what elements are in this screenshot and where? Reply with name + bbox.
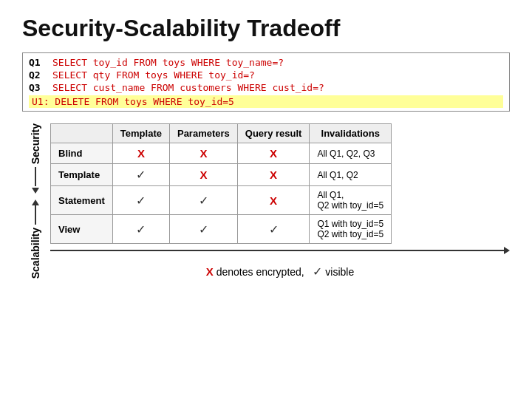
check-icon: ✓	[269, 223, 279, 236]
row-template-template: ✓	[112, 164, 169, 186]
v-arrow-head-down	[32, 200, 39, 205]
row-view-invalidations: Q1 with toy_id=5 Q2 with toy_id=5	[310, 215, 392, 244]
col-header-empty	[51, 124, 113, 143]
row-statement-queryresult: X	[237, 186, 310, 215]
row-view-template: ✓	[112, 215, 169, 244]
check-icon: ✓	[136, 168, 146, 181]
v-arrow-head	[32, 188, 39, 194]
bottom-arrow-area	[50, 247, 510, 254]
row-template-parameters: X	[169, 164, 237, 186]
row-statement-invalidations: All Q1, Q2 with toy_id=5	[310, 186, 392, 215]
security-label: Security	[30, 123, 41, 164]
row-statement-template: ✓	[112, 186, 169, 215]
row-label-statement: Statement	[51, 186, 113, 215]
check-icon: ✓	[199, 223, 208, 236]
row-label-blind: Blind	[51, 143, 113, 164]
x-icon: X	[270, 194, 277, 207]
legend-check-desc: visible	[325, 266, 354, 278]
x-icon: X	[200, 147, 207, 160]
table-row: Blind X X X All Q1, Q2, Q3	[51, 143, 392, 164]
q1-label: Q1	[29, 57, 50, 68]
legend-check-icon: ✓	[313, 265, 322, 278]
table-row: View ✓ ✓ ✓ Q1 with toy_id=5 Q2 with toy_…	[51, 215, 392, 244]
row-template-queryresult: X	[237, 164, 310, 186]
v-arrow-line	[35, 167, 36, 186]
q3-sql: SELECT cust_name FROM customers WHERE cu…	[52, 82, 324, 93]
row-label-template: Template	[51, 164, 113, 186]
table-row: Statement ✓ ✓ X All Q1, Q2 with toy_id=5	[51, 186, 392, 215]
table-row: Template ✓ X X All Q1, Q2	[51, 164, 392, 186]
v-arrow-line-2	[35, 205, 36, 225]
page-title: Security-Scalability Tradeoff	[22, 15, 510, 42]
h-arrow-head	[504, 247, 510, 254]
update-row: U1: DELETE FROM toys WHERE toy_id=5	[29, 95, 503, 108]
col-header-queryresult: Query result	[237, 124, 310, 143]
legend-x-icon: X	[206, 265, 214, 278]
query-row-2: Q2 SELECT qty FROM toys WHERE toy_id=?	[29, 69, 503, 81]
q3-label: Q3	[29, 82, 50, 93]
row-blind-template: X	[112, 143, 169, 164]
row-blind-invalidations: All Q1, Q2, Q3	[310, 143, 392, 164]
col-header-template: Template	[112, 124, 169, 143]
x-icon: X	[137, 147, 145, 160]
col-header-invalidations: Invalidations	[310, 124, 392, 143]
x-icon: X	[200, 168, 207, 181]
row-view-parameters: ✓	[169, 215, 237, 244]
table-header-row: Template Parameters Query result Invalid…	[51, 124, 392, 143]
check-icon: ✓	[199, 194, 208, 207]
col-header-parameters: Parameters	[169, 124, 237, 143]
check-icon: ✓	[136, 223, 146, 236]
row-view-queryresult: ✓	[237, 215, 310, 244]
scalability-label: Scalability	[30, 228, 41, 279]
main-content-area: Security Scalability Template Parameters…	[22, 123, 510, 279]
row-statement-parameters: ✓	[169, 186, 237, 215]
query-row-3: Q3 SELECT cust_name FROM customers WHERE…	[29, 81, 503, 94]
row-template-invalidations: All Q1, Q2	[310, 164, 392, 186]
table-area: Template Parameters Query result Invalid…	[50, 123, 510, 279]
q2-sql: SELECT qty FROM toys WHERE toy_id=?	[52, 69, 255, 81]
q1-sql: SELECT toy_id FROM toys WHERE toy_name=?	[52, 57, 284, 68]
legend-area: X denotes encrypted, ✓ visible	[50, 265, 510, 279]
query-row-1: Q1 SELECT toy_id FROM toys WHERE toy_nam…	[29, 56, 503, 69]
row-blind-parameters: X	[169, 143, 237, 164]
row-label-view: View	[51, 215, 113, 244]
x-icon: X	[270, 147, 277, 160]
check-icon: ✓	[136, 194, 146, 207]
left-axis: Security Scalability	[22, 123, 49, 279]
legend-x-desc: denotes encrypted,	[216, 266, 304, 278]
queries-box: Q1 SELECT toy_id FROM toys WHERE toy_nam…	[22, 52, 510, 112]
x-icon: X	[270, 168, 277, 181]
h-arrow-line	[50, 250, 504, 251]
q2-label: Q2	[29, 69, 50, 81]
main-table: Template Parameters Query result Invalid…	[50, 123, 392, 244]
row-blind-queryresult: X	[237, 143, 310, 164]
